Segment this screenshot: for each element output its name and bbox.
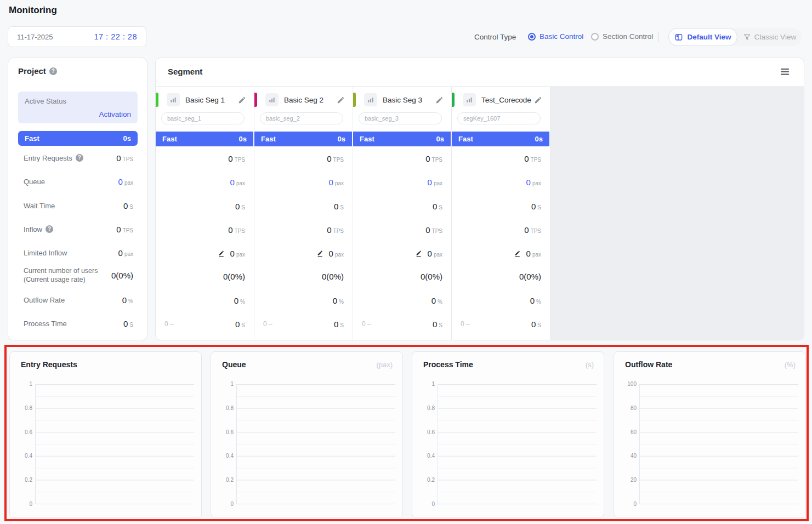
fast-status-bar[interactable]: Fast 0s — [254, 132, 352, 146]
radio-unselected-icon[interactable] — [591, 33, 599, 41]
entry-requests-chart: 1 0.8 0.6 0.4 0.2 0 — [10, 384, 194, 504]
bar-chart-icon — [463, 93, 476, 106]
project-row-limited-inflow: Limited Inflow 0pax — [24, 246, 133, 259]
cell-wait-time: 0S — [362, 200, 442, 213]
cell-limited-inflow: 0pax — [263, 247, 344, 260]
fast-status-bar[interactable]: Fast 0s — [156, 132, 253, 146]
segment-panel: Segment Basic Seg 1 Fast 0s 0TPS 0pax 0S… — [155, 58, 804, 340]
cell-wait-time: 0S — [461, 200, 541, 213]
project-row-entry-requests: Entry Requests 0TPS — [24, 151, 133, 164]
segment-color-bar — [452, 93, 455, 107]
cell-entry-requests: 0TPS — [461, 152, 541, 165]
cell-queue: 0pax — [362, 175, 442, 189]
radio-section-control[interactable]: Section Control — [591, 32, 653, 41]
segment-color-bar — [353, 93, 356, 107]
fast-status-bar[interactable]: Fast 0s — [18, 131, 138, 146]
segment-header: Segment — [156, 58, 804, 87]
edit-value-icon[interactable] — [317, 250, 324, 257]
cell-current-usage: 0(0%) — [461, 270, 541, 283]
segment-key-input[interactable] — [161, 112, 245, 124]
fast-status-bar[interactable]: Fast 0s — [353, 132, 451, 146]
cell-queue: 0pax — [263, 175, 344, 189]
view-toggle: Default View Classic View — [668, 28, 802, 46]
fast-value: 0s — [123, 134, 131, 143]
date-value: 11-17-2025 — [17, 33, 53, 41]
datetime-picker[interactable]: 11-17-2025 17 : 22 : 28 — [8, 26, 146, 47]
segment-name: Basic Seg 3 — [383, 96, 422, 104]
cell-entry-requests: 0TPS — [263, 152, 344, 165]
bar-chart-icon — [364, 93, 377, 106]
plot-area — [236, 384, 395, 504]
radio-basic-label[interactable]: Basic Control — [540, 32, 583, 41]
chart-card-process-time: Process Time (s) 1 0.8 0.6 0.4 0.2 0 — [412, 351, 604, 518]
edit-value-icon[interactable] — [218, 250, 225, 257]
edit-value-icon[interactable] — [416, 250, 423, 257]
process-min-label: 0 – — [263, 320, 272, 328]
menu-icon[interactable] — [781, 68, 790, 76]
control-type-label: Control Type — [474, 33, 516, 41]
default-view-button[interactable]: Default View — [668, 28, 737, 46]
segment-column: Test_Corecode Fast 0s 0TPS 0pax 0S 0TPS … — [452, 86, 550, 340]
cell-outflow-rate: 0% — [263, 294, 344, 307]
outflow-rate-chart: 100 80 60 40 20 0 — [614, 384, 798, 504]
cell-current-usage: 0(0%) — [164, 270, 245, 283]
chart-unit: (pax) — [376, 361, 393, 369]
chart-unit: (s) — [586, 361, 594, 369]
process-min-label: 0 – — [362, 320, 371, 328]
segment-key-input[interactable] — [260, 112, 343, 124]
radio-section-label[interactable]: Section Control — [603, 32, 653, 41]
segment-name: Test_Corecode — [481, 96, 531, 104]
chart-title: Entry Requests — [21, 360, 77, 369]
chart-card-queue: Queue (pax) 1 0.8 0.6 0.4 0.2 0 — [211, 351, 403, 518]
cell-current-usage: 0(0%) — [263, 270, 344, 283]
chart-title: Outflow Rate — [625, 360, 672, 369]
segment-key-input[interactable] — [457, 112, 541, 124]
cell-process-time: 0 – 0S — [164, 317, 245, 331]
project-row-wait-time: Wait Time 0S — [24, 199, 133, 212]
segment-title: Segment — [168, 67, 202, 76]
help-icon[interactable] — [49, 67, 57, 75]
fast-label: Fast — [25, 134, 39, 143]
cell-limited-inflow: 0pax — [461, 247, 541, 260]
cell-wait-time: 0S — [164, 200, 245, 213]
radio-basic-control[interactable]: Basic Control — [528, 32, 583, 41]
chart-unit: (%) — [785, 361, 796, 369]
cell-process-time: 0 – 0S — [362, 317, 442, 331]
cell-entry-requests: 0TPS — [362, 152, 442, 165]
monitoring-page: Monitoring 11-17-2025 17 : 22 : 28 Contr… — [0, 0, 812, 524]
edit-pencil-icon[interactable] — [435, 96, 444, 104]
edit-pencil-icon[interactable] — [534, 96, 542, 104]
fast-status-bar[interactable]: Fast 0s — [452, 132, 549, 146]
project-title: Project — [18, 66, 46, 76]
cell-current-usage: 0(0%) — [362, 270, 442, 283]
help-icon[interactable] — [46, 225, 53, 233]
project-row-inflow: Inflow 0TPS — [24, 223, 133, 236]
classic-view-label: Classic View — [754, 33, 796, 41]
cell-outflow-rate: 0% — [362, 294, 442, 307]
chart-card-outflow-rate: Outflow Rate (%) 100 80 60 40 20 0 — [614, 351, 806, 518]
radio-selected-icon[interactable] — [528, 33, 536, 41]
cell-queue: 0pax — [164, 175, 245, 189]
segment-key-input[interactable] — [359, 112, 442, 124]
process-time-chart: 1 0.8 0.6 0.4 0.2 0 — [412, 384, 597, 504]
activation-link[interactable]: Activation — [99, 110, 131, 118]
layout-board-icon — [674, 33, 683, 42]
project-row-process-time: Process Time 0S — [24, 317, 133, 330]
process-min-label: 0 – — [461, 320, 470, 328]
help-icon[interactable] — [76, 154, 83, 162]
bar-chart-icon — [167, 93, 180, 106]
segment-empty-area — [550, 86, 804, 340]
segment-column: Basic Seg 2 Fast 0s 0TPS 0pax 0S 0TPS 0p… — [254, 86, 353, 340]
chart-title: Process Time — [423, 360, 473, 369]
edit-value-icon[interactable] — [514, 250, 521, 257]
cell-inflow: 0TPS — [263, 223, 344, 236]
plot-area — [639, 384, 798, 504]
cell-entry-requests: 0TPS — [164, 152, 245, 165]
edit-pencil-icon[interactable] — [337, 96, 345, 104]
cell-inflow: 0TPS — [461, 223, 541, 236]
classic-view-button[interactable]: Classic View — [737, 28, 802, 46]
process-min-label: 0 – — [164, 320, 174, 328]
edit-pencil-icon[interactable] — [238, 96, 246, 104]
active-status-box: Active Status Activation — [18, 92, 138, 123]
time-value: 17 : 22 : 28 — [94, 32, 137, 41]
